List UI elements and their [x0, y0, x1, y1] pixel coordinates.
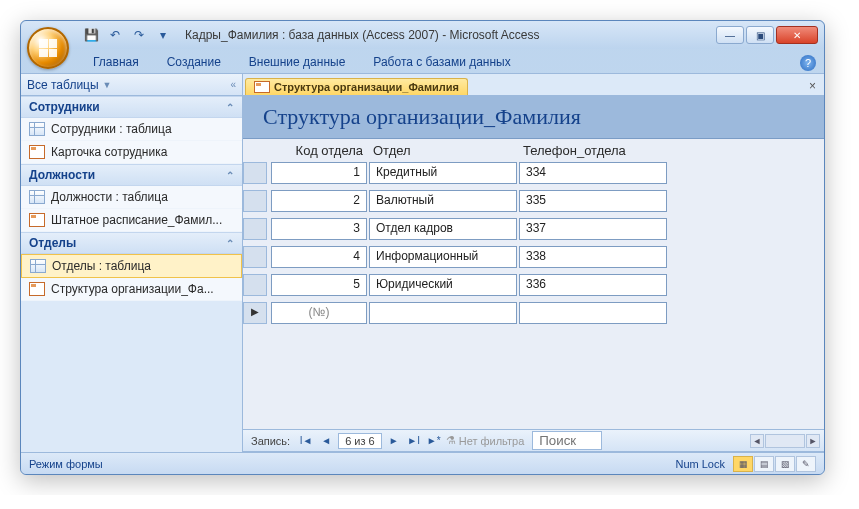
minimize-button[interactable]: —	[716, 26, 744, 44]
filter-icon: ⚗	[446, 434, 456, 447]
tab-external-data[interactable]: Внешние данные	[237, 51, 358, 73]
cell-dept[interactable]: Юридический	[369, 274, 517, 296]
column-header: Отдел	[369, 143, 519, 158]
tab-create[interactable]: Создание	[155, 51, 233, 73]
record-selector[interactable]	[243, 162, 267, 184]
collapse-pane-icon[interactable]: «	[230, 79, 236, 90]
redo-icon[interactable]: ↷	[129, 25, 149, 45]
document-tab[interactable]: Структура организации_Фамилия	[245, 78, 468, 95]
office-button[interactable]	[27, 27, 69, 69]
nav-item-label: Сотрудники : таблица	[51, 122, 172, 136]
nav-group-header[interactable]: Отделы ⌃	[21, 232, 242, 254]
next-record-button[interactable]: ►	[386, 435, 402, 446]
cell-id[interactable]: 3	[271, 218, 367, 240]
navigation-pane: Все таблицы ▼ « Сотрудники ⌃ Сотрудники …	[21, 74, 243, 452]
cell-id[interactable]: 2	[271, 190, 367, 212]
nav-pane-header[interactable]: Все таблицы ▼ «	[21, 74, 242, 96]
nav-group-header[interactable]: Должности ⌃	[21, 164, 242, 186]
cell-id[interactable]: 1	[271, 162, 367, 184]
cell-dept[interactable]: Отдел кадров	[369, 218, 517, 240]
cell-id[interactable]: (№)	[271, 302, 367, 324]
record-label: Запись:	[247, 435, 294, 447]
nav-item-label: Карточка сотрудника	[51, 145, 167, 159]
nav-item[interactable]: Карточка сотрудника	[21, 141, 242, 164]
cell-dept[interactable]: Кредитный	[369, 162, 517, 184]
cell-phone[interactable]: 337	[519, 218, 667, 240]
nav-group-header[interactable]: Сотрудники ⌃	[21, 96, 242, 118]
prev-record-button[interactable]: ◄	[318, 435, 334, 446]
record-row[interactable]: 2Валютный335	[243, 190, 824, 212]
nav-group-title: Отделы	[29, 236, 76, 250]
document-close-button[interactable]: ×	[801, 77, 824, 95]
table-icon	[30, 259, 46, 273]
cell-dept[interactable]	[369, 302, 517, 324]
collapse-icon[interactable]: ⌃	[226, 238, 234, 249]
cell-phone[interactable]: 338	[519, 246, 667, 268]
record-row[interactable]: 4Информационный338	[243, 246, 824, 268]
cell-dept[interactable]: Информационный	[369, 246, 517, 268]
record-selector[interactable]	[243, 274, 267, 296]
record-position[interactable]: 6 из 6	[338, 433, 382, 449]
maximize-button[interactable]: ▣	[746, 26, 774, 44]
cell-dept[interactable]: Валютный	[369, 190, 517, 212]
nav-item[interactable]: Штатное расписание_Фамил...	[21, 209, 242, 232]
new-record-row[interactable]: (№)	[243, 302, 824, 324]
ribbon-tabs: Главная Создание Внешние данные Работа с…	[21, 49, 824, 73]
form-icon	[254, 81, 270, 93]
table-icon	[29, 122, 45, 136]
record-navigator: Запись: I◄ ◄ 6 из 6 ► ►I ►* ⚗ Нет фильтр…	[243, 430, 824, 452]
nav-item[interactable]: Сотрудники : таблица	[21, 118, 242, 141]
dropdown-icon[interactable]: ▼	[103, 80, 112, 90]
undo-icon[interactable]: ↶	[105, 25, 125, 45]
scroll-track[interactable]	[765, 434, 805, 448]
record-row[interactable]: 5Юридический336	[243, 274, 824, 296]
nav-item[interactable]: Структура организации_Фа...	[21, 278, 242, 301]
record-row[interactable]: 1Кредитный334	[243, 162, 824, 184]
record-row[interactable]: 3Отдел кадров337	[243, 218, 824, 240]
form-title: Структура организации_Фамилия	[243, 96, 824, 139]
record-selector[interactable]	[243, 246, 267, 268]
last-record-button[interactable]: ►I	[406, 435, 422, 446]
design-view-button[interactable]: ✎	[796, 456, 816, 472]
document-tab-label: Структура организации_Фамилия	[274, 81, 459, 93]
cell-phone[interactable]	[519, 302, 667, 324]
filter-indicator[interactable]: ⚗ Нет фильтра	[446, 434, 525, 447]
scroll-right-button[interactable]: ►	[806, 434, 820, 448]
record-selector[interactable]	[243, 190, 267, 212]
form-view-button[interactable]: ▦	[733, 456, 753, 472]
search-input[interactable]	[532, 431, 602, 450]
record-selector[interactable]	[243, 218, 267, 240]
datasheet-view-button[interactable]: ▤	[754, 456, 774, 472]
nav-group-title: Должности	[29, 168, 95, 182]
cell-phone[interactable]: 335	[519, 190, 667, 212]
nav-pane-title: Все таблицы	[27, 78, 99, 92]
new-record-button[interactable]: ►*	[426, 435, 442, 446]
column-header: Телефон_отдела	[519, 143, 669, 158]
nav-group-title: Сотрудники	[29, 100, 100, 114]
cell-phone[interactable]: 336	[519, 274, 667, 296]
first-record-button[interactable]: I◄	[298, 435, 314, 446]
document-area: Структура организации_Фамилия × Структур…	[243, 74, 824, 452]
save-icon[interactable]: 💾	[81, 25, 101, 45]
cell-id[interactable]: 4	[271, 246, 367, 268]
record-selector[interactable]	[243, 302, 267, 324]
cell-phone[interactable]: 334	[519, 162, 667, 184]
close-button[interactable]: ✕	[776, 26, 818, 44]
quick-access-toolbar: 💾 ↶ ↷ ▾	[81, 25, 173, 45]
nav-item-label: Отделы : таблица	[52, 259, 151, 273]
tab-database-tools[interactable]: Работа с базами данных	[361, 51, 522, 73]
qat-customize-icon[interactable]: ▾	[153, 25, 173, 45]
form-icon	[29, 213, 45, 227]
tab-home[interactable]: Главная	[81, 51, 151, 73]
nav-item-label: Структура организации_Фа...	[51, 282, 214, 296]
cell-id[interactable]: 5	[271, 274, 367, 296]
form-icon	[29, 282, 45, 296]
collapse-icon[interactable]: ⌃	[226, 170, 234, 181]
nav-item[interactable]: Отделы : таблица	[21, 254, 242, 278]
help-icon[interactable]: ?	[800, 55, 816, 71]
scroll-left-button[interactable]: ◄	[750, 434, 764, 448]
nav-item[interactable]: Должности : таблица	[21, 186, 242, 209]
layout-view-button[interactable]: ▧	[775, 456, 795, 472]
status-mode: Режим формы	[29, 458, 103, 470]
collapse-icon[interactable]: ⌃	[226, 102, 234, 113]
